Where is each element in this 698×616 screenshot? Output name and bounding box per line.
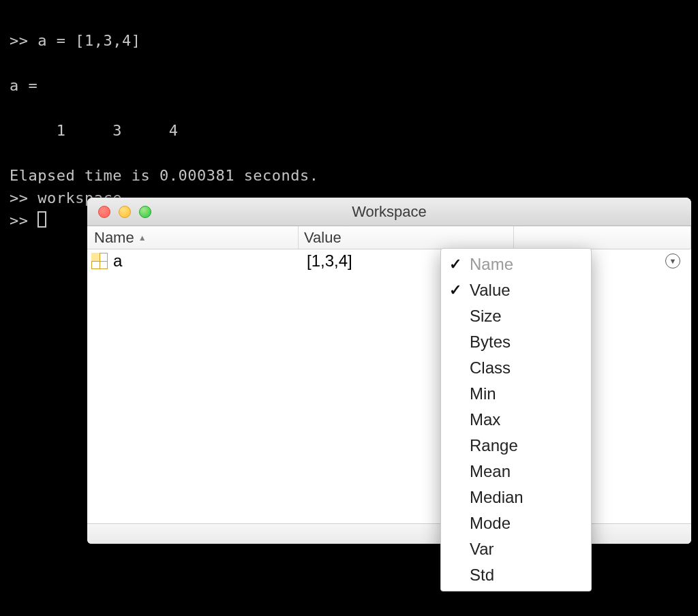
window-title: Workspace xyxy=(87,203,691,221)
window-controls xyxy=(87,206,151,218)
menu-item-value[interactable]: ✓Value xyxy=(441,277,591,303)
workspace-window: Workspace Name ▲ Value a [1,3,4] ▼ xyxy=(87,198,691,544)
menu-item-size[interactable]: Size xyxy=(441,303,591,329)
menu-item-range[interactable]: Range xyxy=(441,433,591,459)
menu-item-label: Value xyxy=(470,281,511,300)
menu-item-label: Min xyxy=(470,384,496,403)
menu-item-label: Mean xyxy=(470,462,511,481)
table-header: Name ▲ Value xyxy=(87,226,691,249)
menu-item-mean[interactable]: Mean xyxy=(441,459,591,484)
menu-item-min[interactable]: Min xyxy=(441,381,591,407)
column-header-name[interactable]: Name ▲ xyxy=(87,226,299,249)
sort-ascending-icon: ▲ xyxy=(138,233,147,243)
column-header-value[interactable]: Value xyxy=(299,226,514,249)
minimize-icon[interactable] xyxy=(119,206,131,218)
chevron-down-icon: ▼ xyxy=(669,257,677,265)
close-icon[interactable] xyxy=(98,206,110,218)
columns-context-menu: ✓Name✓ValueSizeBytesClassMinMaxRangeMean… xyxy=(440,248,592,591)
menu-item-label: Class xyxy=(470,358,511,378)
terminal-line: Elapsed time is 0.000381 seconds. xyxy=(10,167,319,184)
maximize-icon[interactable] xyxy=(139,206,151,218)
columns-dropdown-button[interactable]: ▼ xyxy=(665,253,680,268)
workspace-table-body: a [1,3,4] ▼ xyxy=(87,249,691,523)
menu-item-max[interactable]: Max xyxy=(441,407,591,433)
variable-name: a xyxy=(113,251,303,271)
checkmark-icon: ✓ xyxy=(449,256,470,273)
column-header-label: Name xyxy=(94,229,134,247)
table-row[interactable]: a [1,3,4] xyxy=(87,249,691,273)
terminal-line: 1 3 4 xyxy=(10,122,178,139)
menu-item-std[interactable]: Std xyxy=(441,562,591,588)
terminal-prompt: >> xyxy=(10,212,37,229)
menu-item-label: Range xyxy=(470,436,518,455)
menu-item-bytes[interactable]: Bytes xyxy=(441,329,591,355)
window-titlebar[interactable]: Workspace xyxy=(87,198,691,226)
menu-item-label: Var xyxy=(470,540,494,559)
window-footer xyxy=(87,523,691,544)
menu-item-label: Median xyxy=(470,488,524,507)
menu-item-label: Size xyxy=(470,307,502,326)
menu-item-mode[interactable]: Mode xyxy=(441,510,591,536)
menu-item-median[interactable]: Median xyxy=(441,484,591,510)
menu-item-label: Max xyxy=(470,410,500,429)
menu-item-label: Bytes xyxy=(470,333,511,352)
terminal-line: a = xyxy=(10,77,37,94)
variable-matrix-icon xyxy=(91,253,108,269)
menu-item-label: Name xyxy=(470,255,513,274)
menu-item-name[interactable]: ✓Name xyxy=(441,251,591,277)
checkmark-icon: ✓ xyxy=(449,281,470,299)
column-header-label: Value xyxy=(304,229,342,247)
menu-item-label: Std xyxy=(470,566,494,585)
terminal-cursor xyxy=(37,211,46,228)
terminal-line: >> a = [1,3,4] xyxy=(10,32,140,49)
column-header-extra[interactable] xyxy=(514,226,691,249)
menu-item-var[interactable]: Var xyxy=(441,536,591,562)
menu-item-class[interactable]: Class xyxy=(441,355,591,381)
menu-item-label: Mode xyxy=(470,514,511,533)
